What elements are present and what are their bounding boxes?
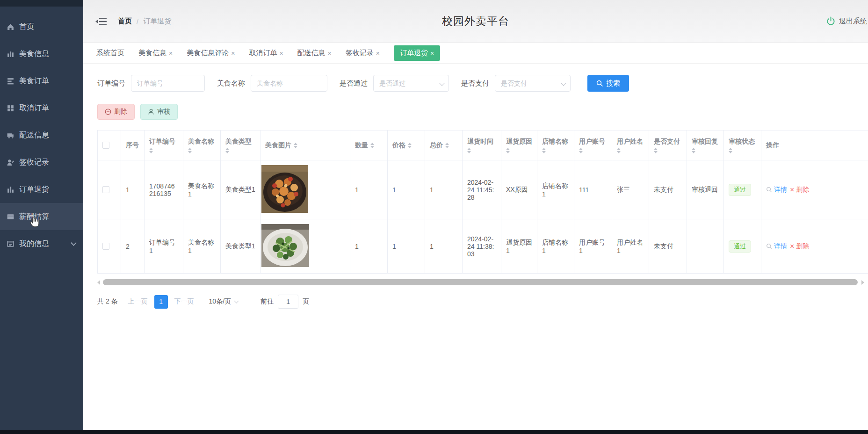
delete-row-link[interactable]: × 删除: [790, 242, 809, 251]
review-label: 审核: [157, 108, 170, 116]
collapse-menu-icon[interactable]: [95, 16, 108, 27]
col-order-no: 订单编号: [149, 137, 175, 146]
sort-carets-icon[interactable]: [445, 143, 449, 148]
sidebar: 首页 美食信息 美食订单 取消订单 配送信息 签收记录: [0, 0, 83, 434]
col-price: 价格: [392, 141, 405, 150]
scroll-right-arrow-icon[interactable]: [861, 280, 864, 285]
sort-carets-icon[interactable]: [654, 148, 658, 153]
tab-food-info[interactable]: 美食信息×: [138, 49, 173, 58]
sidebar-item-delivery-info[interactable]: 配送信息: [0, 122, 83, 149]
filter-bar: 订单编号 美食名称 是否通过 是否支付: [97, 75, 868, 92]
sort-carets-icon[interactable]: [188, 148, 192, 153]
sort-carets-icon[interactable]: [542, 148, 546, 153]
sidebar-item-cancel-orders[interactable]: 取消订单: [0, 94, 83, 122]
order-no-input[interactable]: [131, 75, 205, 92]
sort-carets-icon[interactable]: [370, 143, 374, 148]
cell-account: 111: [574, 160, 612, 219]
sidebar-item-label: 美食信息: [19, 49, 49, 59]
breadcrumb-home[interactable]: 首页: [118, 17, 132, 26]
close-icon[interactable]: ×: [279, 50, 283, 57]
search-button[interactable]: 搜索: [587, 75, 629, 92]
breadcrumb-current: 订单退货: [143, 17, 171, 26]
filter-paid: 是否支付: [461, 75, 571, 92]
salary-icon: [7, 213, 14, 221]
goto-page-input[interactable]: [278, 295, 298, 309]
sort-carets-icon[interactable]: [729, 148, 732, 153]
close-icon[interactable]: ×: [231, 50, 235, 57]
passed-select[interactable]: [373, 75, 449, 92]
tab-food-info-comments[interactable]: 美食信息评论×: [187, 49, 235, 58]
close-icon[interactable]: ×: [328, 50, 332, 57]
receipt-records-icon: [7, 159, 14, 166]
tab-cancel-orders[interactable]: 取消订单×: [249, 49, 283, 58]
tab-label: 系统首页: [96, 49, 124, 58]
close-icon[interactable]: ×: [430, 50, 434, 57]
horizontal-scrollbar[interactable]: [97, 279, 864, 285]
cell-total: 1: [425, 160, 463, 219]
scrollbar-thumb[interactable]: [103, 279, 858, 285]
prev-page-button[interactable]: 上一页: [125, 297, 151, 306]
close-icon[interactable]: ×: [376, 50, 380, 57]
tab-order-returns[interactable]: 订单退货×: [394, 45, 440, 61]
col-reply: 审核回复: [692, 137, 718, 146]
close-icon[interactable]: ×: [169, 50, 173, 57]
cell-price: 1: [388, 160, 425, 219]
tab-delivery-info[interactable]: 配送信息×: [297, 49, 332, 58]
col-account: 用户账号: [579, 137, 605, 146]
delete-button[interactable]: 删除: [97, 104, 135, 120]
table-header-row: 序号 订单编号 美食名称 美食类型 美食图片 数量 价格 总价 退货时间 退货原…: [98, 130, 868, 160]
cell-index: 2: [121, 219, 145, 274]
pagination-total: 共 2 条: [97, 297, 118, 306]
cell-quantity: 1: [350, 219, 388, 274]
row-checkbox[interactable]: [102, 243, 109, 250]
sidebar-item-salary[interactable]: 薪酬结算: [0, 203, 83, 230]
sort-carets-icon[interactable]: [579, 148, 583, 153]
delete-row-label: 删除: [796, 186, 809, 194]
review-button[interactable]: 审核: [140, 104, 178, 120]
tab-receipt-records[interactable]: 签收记录×: [346, 49, 380, 58]
detail-link[interactable]: 详情: [766, 242, 787, 251]
sort-carets-icon[interactable]: [225, 148, 229, 153]
detail-label: 详情: [774, 186, 787, 194]
sidebar-item-food-info[interactable]: 美食信息: [0, 40, 83, 67]
sort-carets-icon[interactable]: [408, 143, 412, 148]
paid-select[interactable]: [495, 75, 571, 92]
sort-carets-icon[interactable]: [617, 148, 621, 153]
search-label: 搜索: [606, 79, 620, 88]
next-page-button[interactable]: 下一页: [172, 297, 197, 306]
cell-order-no: 订单编号1: [145, 219, 183, 274]
sort-carets-icon[interactable]: [506, 148, 510, 153]
sidebar-item-home[interactable]: 首页: [0, 13, 83, 40]
cell-account: 用户账号1: [574, 219, 612, 274]
select-all-checkbox[interactable]: [102, 142, 109, 149]
detail-label: 详情: [774, 242, 787, 251]
sidebar-item-order-returns[interactable]: 订单退货: [0, 176, 83, 203]
goto-label: 前往: [260, 297, 274, 306]
home-icon: [7, 23, 14, 31]
page-number-button[interactable]: 1: [154, 295, 168, 309]
detail-link[interactable]: 详情: [766, 186, 787, 194]
col-username: 用户姓名: [617, 137, 643, 146]
page-unit-label: 页: [303, 297, 309, 306]
sort-carets-icon[interactable]: [467, 148, 471, 153]
delete-row-link[interactable]: × 删除: [790, 186, 809, 194]
sort-carets-icon[interactable]: [294, 143, 297, 148]
sidebar-nav: 首页 美食信息 美食订单 取消订单 配送信息 签收记录: [0, 7, 83, 257]
sidebar-item-my-info[interactable]: 我的信息: [0, 230, 83, 257]
food-name-input[interactable]: [251, 75, 327, 92]
cell-reply: 审核退回: [687, 160, 724, 219]
logout-button[interactable]: 退出系统: [826, 16, 868, 26]
delete-label: 删除: [114, 108, 127, 116]
content-area: 订单编号 美食名称 是否通过 是否支付: [83, 64, 868, 434]
sidebar-item-food-orders[interactable]: 美食订单: [0, 67, 83, 94]
cell-reason: XX原因: [501, 160, 537, 219]
sort-carets-icon[interactable]: [149, 148, 153, 153]
sort-carets-icon[interactable]: [692, 148, 695, 153]
page-size-select[interactable]: 10条/页: [209, 297, 238, 306]
sidebar-item-label: 订单退货: [19, 185, 49, 195]
row-checkbox[interactable]: [102, 186, 109, 193]
cell-food-name: 美食名称1: [183, 160, 221, 219]
scroll-left-arrow-icon[interactable]: [97, 280, 100, 285]
sidebar-item-receipt-records[interactable]: 签收记录: [0, 149, 83, 176]
tab-system-home[interactable]: 系统首页: [96, 49, 124, 58]
